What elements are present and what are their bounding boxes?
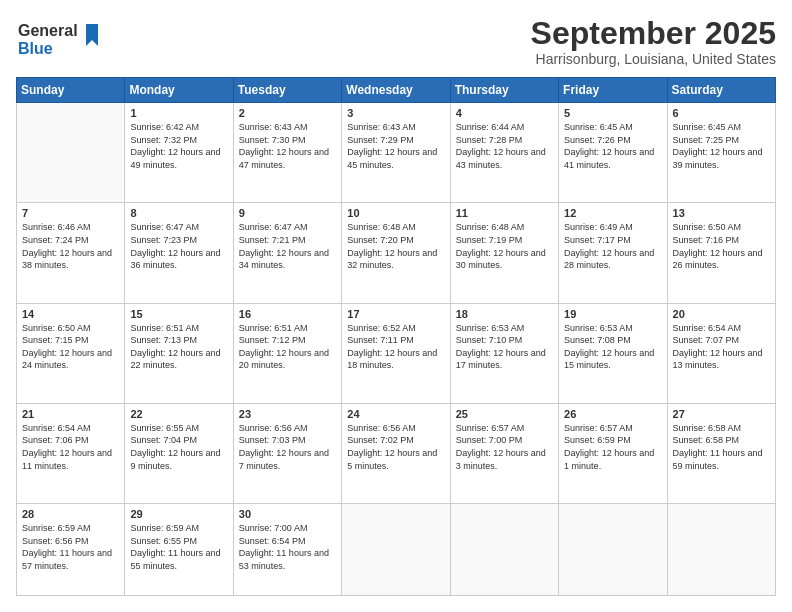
day-info: Sunrise: 6:56 AMSunset: 7:03 PMDaylight:…: [239, 422, 336, 472]
day-info: Sunrise: 6:51 AMSunset: 7:13 PMDaylight:…: [130, 322, 227, 372]
day-info: Sunrise: 6:57 AMSunset: 6:59 PMDaylight:…: [564, 422, 661, 472]
day-number: 20: [673, 308, 770, 320]
calendar-cell: 3Sunrise: 6:43 AMSunset: 7:29 PMDaylight…: [342, 103, 450, 203]
calendar-cell: 30Sunrise: 7:00 AMSunset: 6:54 PMDayligh…: [233, 504, 341, 596]
weekday-header-friday: Friday: [559, 78, 667, 103]
calendar-cell: 20Sunrise: 6:54 AMSunset: 7:07 PMDayligh…: [667, 303, 775, 403]
logo: General Blue: [16, 16, 106, 64]
calendar-cell: [17, 103, 125, 203]
day-number: 4: [456, 107, 553, 119]
day-number: 28: [22, 508, 119, 520]
day-info: Sunrise: 6:59 AMSunset: 6:55 PMDaylight:…: [130, 522, 227, 572]
calendar-cell: 11Sunrise: 6:48 AMSunset: 7:19 PMDayligh…: [450, 203, 558, 303]
calendar-cell: 17Sunrise: 6:52 AMSunset: 7:11 PMDayligh…: [342, 303, 450, 403]
logo-icon: General Blue: [16, 16, 106, 60]
day-number: 27: [673, 408, 770, 420]
day-info: Sunrise: 6:45 AMSunset: 7:25 PMDaylight:…: [673, 121, 770, 171]
day-number: 25: [456, 408, 553, 420]
day-number: 9: [239, 207, 336, 219]
day-number: 30: [239, 508, 336, 520]
day-number: 21: [22, 408, 119, 420]
calendar-cell: 9Sunrise: 6:47 AMSunset: 7:21 PMDaylight…: [233, 203, 341, 303]
day-info: Sunrise: 6:46 AMSunset: 7:24 PMDaylight:…: [22, 221, 119, 271]
calendar-week-row: 7Sunrise: 6:46 AMSunset: 7:24 PMDaylight…: [17, 203, 776, 303]
calendar-week-row: 1Sunrise: 6:42 AMSunset: 7:32 PMDaylight…: [17, 103, 776, 203]
day-number: 17: [347, 308, 444, 320]
calendar-cell: 4Sunrise: 6:44 AMSunset: 7:28 PMDaylight…: [450, 103, 558, 203]
calendar-cell: 16Sunrise: 6:51 AMSunset: 7:12 PMDayligh…: [233, 303, 341, 403]
calendar-week-row: 14Sunrise: 6:50 AMSunset: 7:15 PMDayligh…: [17, 303, 776, 403]
calendar-cell: [667, 504, 775, 596]
calendar-week-row: 28Sunrise: 6:59 AMSunset: 6:56 PMDayligh…: [17, 504, 776, 596]
calendar-cell: 8Sunrise: 6:47 AMSunset: 7:23 PMDaylight…: [125, 203, 233, 303]
day-info: Sunrise: 6:56 AMSunset: 7:02 PMDaylight:…: [347, 422, 444, 472]
calendar-cell: 26Sunrise: 6:57 AMSunset: 6:59 PMDayligh…: [559, 403, 667, 503]
calendar-cell: 1Sunrise: 6:42 AMSunset: 7:32 PMDaylight…: [125, 103, 233, 203]
day-number: 29: [130, 508, 227, 520]
calendar-cell: 6Sunrise: 6:45 AMSunset: 7:25 PMDaylight…: [667, 103, 775, 203]
weekday-header-wednesday: Wednesday: [342, 78, 450, 103]
day-info: Sunrise: 6:57 AMSunset: 7:00 PMDaylight:…: [456, 422, 553, 472]
day-number: 11: [456, 207, 553, 219]
day-info: Sunrise: 6:49 AMSunset: 7:17 PMDaylight:…: [564, 221, 661, 271]
header: General Blue September 2025 Harrisonburg…: [16, 16, 776, 67]
day-info: Sunrise: 6:50 AMSunset: 7:16 PMDaylight:…: [673, 221, 770, 271]
location-title: Harrisonburg, Louisiana, United States: [531, 51, 776, 67]
day-info: Sunrise: 6:47 AMSunset: 7:23 PMDaylight:…: [130, 221, 227, 271]
day-number: 13: [673, 207, 770, 219]
calendar-cell: [450, 504, 558, 596]
day-info: Sunrise: 6:53 AMSunset: 7:10 PMDaylight:…: [456, 322, 553, 372]
calendar-cell: 27Sunrise: 6:58 AMSunset: 6:58 PMDayligh…: [667, 403, 775, 503]
calendar-cell: 15Sunrise: 6:51 AMSunset: 7:13 PMDayligh…: [125, 303, 233, 403]
calendar-cell: 29Sunrise: 6:59 AMSunset: 6:55 PMDayligh…: [125, 504, 233, 596]
day-info: Sunrise: 6:43 AMSunset: 7:30 PMDaylight:…: [239, 121, 336, 171]
calendar-cell: 18Sunrise: 6:53 AMSunset: 7:10 PMDayligh…: [450, 303, 558, 403]
calendar-cell: 28Sunrise: 6:59 AMSunset: 6:56 PMDayligh…: [17, 504, 125, 596]
day-number: 8: [130, 207, 227, 219]
weekday-header-thursday: Thursday: [450, 78, 558, 103]
calendar-cell: 7Sunrise: 6:46 AMSunset: 7:24 PMDaylight…: [17, 203, 125, 303]
svg-marker-2: [86, 24, 98, 46]
calendar-cell: 24Sunrise: 6:56 AMSunset: 7:02 PMDayligh…: [342, 403, 450, 503]
calendar-cell: 13Sunrise: 6:50 AMSunset: 7:16 PMDayligh…: [667, 203, 775, 303]
day-info: Sunrise: 6:44 AMSunset: 7:28 PMDaylight:…: [456, 121, 553, 171]
calendar-cell: 5Sunrise: 6:45 AMSunset: 7:26 PMDaylight…: [559, 103, 667, 203]
day-number: 24: [347, 408, 444, 420]
weekday-header-row: SundayMondayTuesdayWednesdayThursdayFrid…: [17, 78, 776, 103]
day-info: Sunrise: 6:43 AMSunset: 7:29 PMDaylight:…: [347, 121, 444, 171]
day-number: 19: [564, 308, 661, 320]
day-info: Sunrise: 6:47 AMSunset: 7:21 PMDaylight:…: [239, 221, 336, 271]
day-info: Sunrise: 6:58 AMSunset: 6:58 PMDaylight:…: [673, 422, 770, 472]
day-number: 26: [564, 408, 661, 420]
day-number: 3: [347, 107, 444, 119]
day-info: Sunrise: 6:55 AMSunset: 7:04 PMDaylight:…: [130, 422, 227, 472]
day-number: 7: [22, 207, 119, 219]
day-info: Sunrise: 6:45 AMSunset: 7:26 PMDaylight:…: [564, 121, 661, 171]
calendar-cell: [559, 504, 667, 596]
day-info: Sunrise: 7:00 AMSunset: 6:54 PMDaylight:…: [239, 522, 336, 572]
svg-text:Blue: Blue: [18, 40, 53, 57]
day-number: 10: [347, 207, 444, 219]
day-number: 14: [22, 308, 119, 320]
day-info: Sunrise: 6:54 AMSunset: 7:06 PMDaylight:…: [22, 422, 119, 472]
logo-block: General Blue: [16, 16, 106, 64]
calendar-cell: 12Sunrise: 6:49 AMSunset: 7:17 PMDayligh…: [559, 203, 667, 303]
svg-text:General: General: [18, 22, 78, 39]
calendar-cell: 25Sunrise: 6:57 AMSunset: 7:00 PMDayligh…: [450, 403, 558, 503]
day-number: 18: [456, 308, 553, 320]
calendar-cell: 19Sunrise: 6:53 AMSunset: 7:08 PMDayligh…: [559, 303, 667, 403]
calendar-table: SundayMondayTuesdayWednesdayThursdayFrid…: [16, 77, 776, 596]
calendar-cell: 22Sunrise: 6:55 AMSunset: 7:04 PMDayligh…: [125, 403, 233, 503]
day-number: 1: [130, 107, 227, 119]
title-block: September 2025 Harrisonburg, Louisiana, …: [531, 16, 776, 67]
day-info: Sunrise: 6:51 AMSunset: 7:12 PMDaylight:…: [239, 322, 336, 372]
weekday-header-tuesday: Tuesday: [233, 78, 341, 103]
day-number: 16: [239, 308, 336, 320]
calendar-cell: [342, 504, 450, 596]
month-title: September 2025: [531, 16, 776, 51]
day-info: Sunrise: 6:42 AMSunset: 7:32 PMDaylight:…: [130, 121, 227, 171]
weekday-header-monday: Monday: [125, 78, 233, 103]
calendar-cell: 23Sunrise: 6:56 AMSunset: 7:03 PMDayligh…: [233, 403, 341, 503]
calendar-cell: 14Sunrise: 6:50 AMSunset: 7:15 PMDayligh…: [17, 303, 125, 403]
calendar-week-row: 21Sunrise: 6:54 AMSunset: 7:06 PMDayligh…: [17, 403, 776, 503]
